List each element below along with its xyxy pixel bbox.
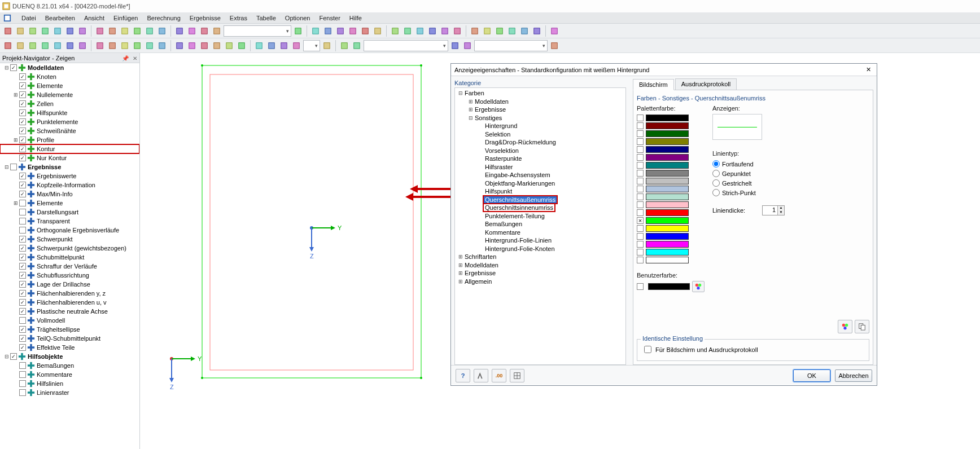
category-item[interactable]: Drag&Drop-Rückmeldung bbox=[455, 138, 625, 147]
toolbar-button[interactable] bbox=[531, 25, 542, 37]
category-item[interactable]: ⊞Schriftarten bbox=[455, 253, 625, 261]
toolbar-button[interactable] bbox=[119, 40, 130, 51]
toolbar-button[interactable] bbox=[77, 25, 88, 37]
toolbar-button[interactable] bbox=[335, 25, 346, 37]
toolbar-button[interactable] bbox=[310, 25, 321, 37]
toolbar-button[interactable] bbox=[52, 40, 63, 51]
nav-item[interactable]: ⊟Hilfsobjekte bbox=[0, 352, 139, 361]
nav-item[interactable]: Kopfzeile-Information bbox=[0, 181, 139, 190]
toolbar-button[interactable] bbox=[211, 25, 222, 37]
toolbar-button[interactable] bbox=[156, 25, 168, 37]
toolbar-button[interactable] bbox=[549, 25, 560, 37]
toolbar-button[interactable] bbox=[321, 40, 333, 51]
ok-button[interactable]: OK bbox=[793, 369, 830, 382]
nav-item[interactable]: ⊞Elemente bbox=[0, 199, 139, 208]
palette-color[interactable] bbox=[637, 224, 705, 232]
toolbar-button[interactable] bbox=[144, 25, 155, 37]
toolbar-button[interactable] bbox=[253, 40, 265, 51]
nav-item[interactable]: Max/Min-Info bbox=[0, 190, 139, 199]
nav-item[interactable]: Punktelemente bbox=[0, 117, 139, 126]
toolbar-button[interactable] bbox=[236, 40, 247, 51]
palette-color[interactable] bbox=[637, 232, 705, 240]
nav-item[interactable]: Kontur bbox=[0, 144, 139, 153]
nav-checkbox[interactable] bbox=[19, 173, 26, 179]
palette-color[interactable] bbox=[637, 248, 705, 256]
toolbar-button[interactable] bbox=[211, 40, 222, 51]
nav-checkbox[interactable] bbox=[19, 91, 26, 98]
nav-checkbox[interactable] bbox=[19, 146, 26, 152]
category-item[interactable]: Selektion bbox=[455, 130, 625, 139]
toolbar-button[interactable] bbox=[360, 25, 371, 37]
palette-color[interactable] bbox=[637, 256, 705, 264]
toolbar-button[interactable] bbox=[27, 25, 38, 37]
nav-checkbox[interactable] bbox=[19, 362, 26, 369]
category-item[interactable]: Kommentare bbox=[455, 228, 625, 237]
toolbar-button[interactable] bbox=[372, 25, 383, 37]
toolbar-button[interactable] bbox=[132, 40, 143, 51]
toolbar-button[interactable] bbox=[390, 25, 401, 37]
palette-color[interactable] bbox=[637, 177, 705, 185]
category-item[interactable]: ⊞Ergebnisse bbox=[455, 269, 625, 278]
toolbar-button[interactable] bbox=[449, 40, 461, 51]
nav-item[interactable]: Hilfspunkte bbox=[0, 108, 139, 117]
units-button[interactable]: .00 bbox=[492, 369, 506, 382]
toolbar-button[interactable] bbox=[339, 40, 350, 51]
linetype-fortlaufend[interactable] bbox=[712, 160, 720, 168]
nav-item[interactable]: Trägheitsellipse bbox=[0, 325, 139, 334]
thickness-spinner[interactable]: 1 ▲▼ bbox=[762, 205, 785, 215]
toolbar-button[interactable] bbox=[52, 25, 63, 37]
nav-item[interactable]: Vollmodell bbox=[0, 316, 139, 325]
nav-item[interactable]: Effektive Teile bbox=[0, 343, 139, 352]
toolbar-combo[interactable] bbox=[303, 40, 320, 51]
palette-color[interactable] bbox=[637, 209, 705, 217]
category-item[interactable]: ⊞Allgemein bbox=[455, 278, 625, 286]
nav-checkbox[interactable] bbox=[19, 308, 26, 315]
palette-config-button[interactable] bbox=[838, 320, 852, 333]
palette-color[interactable] bbox=[637, 161, 705, 169]
nav-checkbox[interactable] bbox=[19, 254, 26, 261]
nav-checkbox[interactable] bbox=[19, 236, 26, 243]
linetype-strichpunkt[interactable] bbox=[712, 189, 720, 196]
nav-checkbox[interactable] bbox=[19, 272, 26, 279]
toolbar-button[interactable] bbox=[549, 40, 560, 51]
nav-checkbox[interactable] bbox=[19, 73, 26, 80]
nav-item[interactable]: Elemente bbox=[0, 81, 139, 90]
toolbar-button[interactable] bbox=[174, 40, 185, 51]
toolbar-button[interactable] bbox=[291, 40, 302, 51]
category-item[interactable]: Hilfsraster bbox=[455, 163, 625, 171]
toolbar-button[interactable] bbox=[519, 25, 530, 37]
menu-extras[interactable]: Extras bbox=[225, 14, 252, 23]
toolbar-button[interactable] bbox=[494, 25, 505, 37]
menu-bearbeiten[interactable]: Bearbeiten bbox=[41, 14, 80, 23]
palette-color[interactable] bbox=[637, 153, 705, 161]
toolbar-button[interactable] bbox=[266, 40, 277, 51]
nav-item[interactable]: Schwerpunkt bbox=[0, 235, 139, 244]
toolbar-combo[interactable] bbox=[474, 40, 548, 51]
toolbar-button[interactable] bbox=[107, 25, 118, 37]
palette-color[interactable] bbox=[637, 114, 705, 122]
linetype-gepunktet[interactable] bbox=[712, 170, 720, 177]
toolbar-button[interactable] bbox=[132, 25, 143, 37]
category-item[interactable]: ⊟Farben bbox=[455, 89, 625, 98]
nav-item[interactable]: Lage der Drillachse bbox=[0, 280, 139, 289]
toolbar-button[interactable] bbox=[186, 25, 198, 37]
toolbar-button[interactable] bbox=[64, 40, 76, 51]
toolbar-button[interactable] bbox=[199, 25, 210, 37]
category-tree[interactable]: ⊟Farben⊞Modelldaten⊞Ergebnisse⊟Sonstiges… bbox=[454, 87, 626, 365]
palette-color[interactable] bbox=[637, 169, 705, 177]
nav-item[interactable]: ⊟Ergebnisse bbox=[0, 162, 139, 171]
toolbar-combo[interactable] bbox=[224, 25, 291, 37]
category-item[interactable]: ⊟Sonstiges bbox=[455, 114, 625, 122]
category-item[interactable]: Hintergrund-Folie-Knoten bbox=[455, 245, 625, 253]
nav-checkbox[interactable] bbox=[10, 353, 17, 360]
toolbar-button[interactable] bbox=[94, 25, 106, 37]
nav-item[interactable]: ⊞Profile bbox=[0, 135, 139, 144]
menu-ansicht[interactable]: Ansicht bbox=[80, 14, 109, 23]
nav-item[interactable]: Schraffur der Verläufe bbox=[0, 262, 139, 271]
nav-checkbox[interactable] bbox=[19, 218, 26, 224]
toolbar-button[interactable] bbox=[402, 25, 413, 37]
toolbar-button[interactable] bbox=[292, 25, 304, 37]
toolbar-button[interactable] bbox=[482, 25, 493, 37]
nav-checkbox[interactable] bbox=[19, 191, 26, 197]
palette-list[interactable] bbox=[637, 114, 705, 264]
